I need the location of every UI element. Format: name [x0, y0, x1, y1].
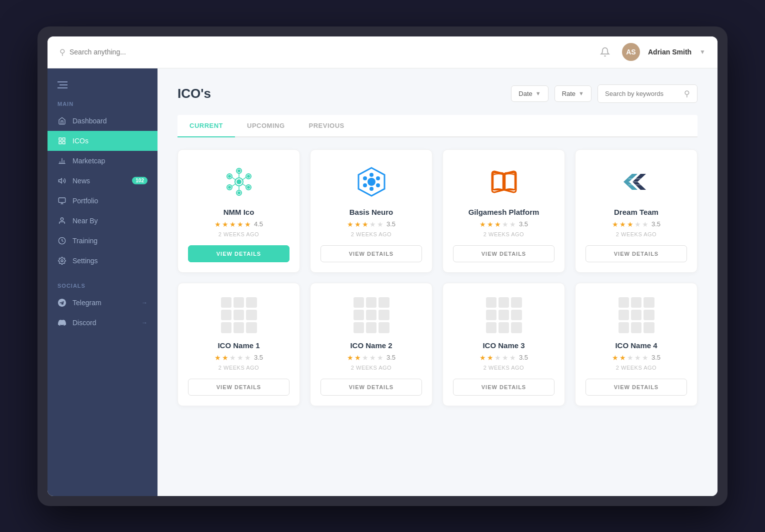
gilgamesh-name: Gilgamesh Platform: [468, 208, 540, 216]
svg-rect-5: [59, 141, 62, 144]
chart-icon: [58, 156, 66, 165]
tab-upcoming[interactable]: UPCOMING: [235, 115, 297, 136]
nmm-stars: ★ ★ ★ ★ ★: [214, 220, 251, 228]
sidebar-item-label: Settings: [72, 257, 98, 265]
topbar-search-input[interactable]: [70, 48, 220, 56]
ico4-logo: [618, 297, 654, 333]
sidebar-item-discord[interactable]: Discord →: [48, 313, 158, 333]
date-chevron-icon: ▼: [536, 90, 541, 96]
keyword-search-input[interactable]: [605, 90, 680, 97]
ico-card-gilgamesh: Gilgamesh Platform ★ ★ ★ ★ ★ 3.5 2 WEE: [442, 149, 565, 273]
telegram-icon: [58, 298, 66, 307]
sidebar-item-label: News: [72, 177, 90, 185]
avatar: AS: [622, 43, 640, 61]
ico-grid-row1: NMM Ico ★ ★ ★ ★ ★ 4.5 2 WEEKS AGO: [178, 149, 698, 273]
gilgamesh-view-details-button[interactable]: VIEW DETAILS: [453, 245, 554, 262]
sidebar-item-settings[interactable]: Settings: [48, 251, 158, 271]
ico1-logo: [221, 297, 257, 333]
sidebar-item-label: Marketcap: [72, 157, 105, 165]
basis-name: Basis Neuro: [350, 208, 394, 216]
svg-rect-12: [58, 198, 65, 202]
sidebar-item-label: Near By: [72, 217, 98, 225]
basis-view-details-button[interactable]: VIEW DETAILS: [320, 245, 422, 262]
ico3-rating: ★ ★ ★ ★ ★ 3.5: [480, 354, 528, 362]
sidebar-item-label: Training: [72, 237, 98, 245]
sidebar-item-label: Portfolio: [72, 197, 98, 205]
sidebar-item-portfolio[interactable]: Portfolio: [48, 191, 158, 211]
ico3-view-details-button[interactable]: VIEW DETAILS: [453, 379, 554, 396]
user-name[interactable]: Adrian Smith: [648, 48, 692, 56]
tab-current[interactable]: CURRENT: [178, 115, 235, 136]
sidebar-toggle-icon[interactable]: [48, 80, 158, 101]
notification-icon[interactable]: [596, 43, 614, 61]
ico2-name: ICO Name 2: [350, 341, 392, 350]
svg-point-17: [61, 260, 63, 262]
gilgamesh-logo: [486, 164, 522, 200]
date-filter[interactable]: Date ▼: [511, 85, 548, 102]
ico-card-basis: Basis Neuro ★ ★ ★ ★ ★ 3.5 2 WEEKS AGO: [310, 149, 432, 273]
svg-line-26: [242, 177, 246, 180]
svg-rect-4: [62, 138, 65, 140]
nmm-name: NMM Ico: [224, 208, 254, 216]
ico-card-1: ICO Name 1 ★ ★ ★ ★ ★ 3.5 2 WEEKS AGO: [178, 283, 300, 406]
ico4-view-details-button[interactable]: VIEW DETAILS: [586, 379, 687, 396]
keyword-search-icon: ⚲: [684, 89, 690, 98]
svg-point-43: [370, 187, 374, 191]
user-menu-chevron-icon[interactable]: ▼: [700, 48, 706, 55]
ico2-view-details-button[interactable]: VIEW DETAILS: [320, 379, 422, 396]
sidebar-item-training[interactable]: Training: [48, 231, 158, 251]
ico-card-dreamteam: Dream Team ★ ★ ★ ★ ★ 3.5 2 WEEKS AGO: [575, 149, 698, 273]
ico1-view-details-button[interactable]: VIEW DETAILS: [188, 379, 290, 396]
rate-filter[interactable]: Rate ▼: [554, 85, 592, 102]
page-title: ICO's: [178, 86, 211, 101]
ico2-rating-num: 3.5: [386, 354, 396, 361]
gilgamesh-date: 2 WEEKS AGO: [484, 231, 524, 237]
sidebar-item-telegram[interactable]: Telegram →: [48, 293, 158, 313]
device-frame: ⚲ AS Adrian Smith ▼: [38, 26, 728, 506]
grid-icon: [58, 136, 66, 145]
ico-card-nmm: NMM Ico ★ ★ ★ ★ ★ 4.5 2 WEEKS AGO: [178, 149, 300, 273]
svg-line-27: [242, 184, 246, 186]
tab-previous[interactable]: PREVIOUS: [297, 115, 356, 136]
sidebar-item-dashboard[interactable]: Dashboard: [48, 111, 158, 131]
sidebar-item-nearby[interactable]: Near By: [48, 211, 158, 231]
filter-bar: Date ▼ Rate ▼ ⚲: [511, 84, 698, 103]
ico3-stars: ★ ★ ★ ★ ★: [480, 354, 516, 362]
dreamteam-logo: [618, 164, 654, 200]
nmm-rating-num: 4.5: [254, 220, 263, 228]
ico4-rating: ★ ★ ★ ★ ★ 3.5: [612, 354, 660, 362]
tabs: CURRENT UPCOMING PREVIOUS: [178, 115, 698, 137]
ico2-logo: [354, 297, 390, 333]
basis-rating: ★ ★ ★ ★ ★ 3.5: [347, 220, 396, 228]
ico3-name: ICO Name 3: [482, 341, 524, 350]
sidebar-item-marketcap[interactable]: Marketcap: [48, 151, 158, 171]
ico3-date: 2 WEEKS AGO: [484, 365, 524, 371]
dreamteam-view-details-button[interactable]: VIEW DETAILS: [586, 245, 687, 262]
svg-point-42: [376, 183, 380, 187]
basis-stars: ★ ★ ★ ★ ★: [347, 220, 384, 228]
ico1-name: ICO Name 1: [218, 341, 260, 350]
ico-card-2: ICO Name 2 ★ ★ ★ ★ ★ 3.5 2 WEEKS AGO: [310, 283, 432, 406]
layout: MAIN Dashboard: [48, 68, 718, 496]
dreamteam-rating: ★ ★ ★ ★ ★ 3.5: [612, 220, 660, 228]
date-filter-label: Date: [518, 90, 532, 97]
topbar-right: AS Adrian Smith ▼: [596, 43, 706, 61]
svg-marker-11: [58, 178, 62, 183]
ico-grid-row2: ICO Name 1 ★ ★ ★ ★ ★ 3.5 2 WEEKS AGO: [178, 283, 698, 406]
ico2-rating: ★ ★ ★ ★ ★ 3.5: [347, 354, 396, 362]
svg-point-35: [228, 186, 231, 189]
keyword-search: ⚲: [598, 84, 698, 103]
sidebar-item-news[interactable]: News 102: [48, 171, 158, 191]
sidebar-main-label: MAIN: [48, 101, 158, 111]
basis-logo: [354, 164, 390, 200]
ico3-rating-num: 3.5: [519, 354, 528, 361]
sidebar: MAIN Dashboard: [48, 68, 158, 496]
sidebar-socials-label: SOCIALS: [48, 283, 158, 293]
rate-filter-label: Rate: [562, 90, 576, 97]
house-icon: [58, 116, 66, 125]
gilgamesh-rating: ★ ★ ★ ★ ★ 3.5: [480, 220, 528, 228]
sidebar-item-icos[interactable]: ICOs: [48, 131, 158, 151]
nmm-view-details-button[interactable]: VIEW DETAILS: [188, 245, 290, 262]
svg-point-33: [247, 186, 250, 189]
svg-point-37: [236, 179, 242, 184]
